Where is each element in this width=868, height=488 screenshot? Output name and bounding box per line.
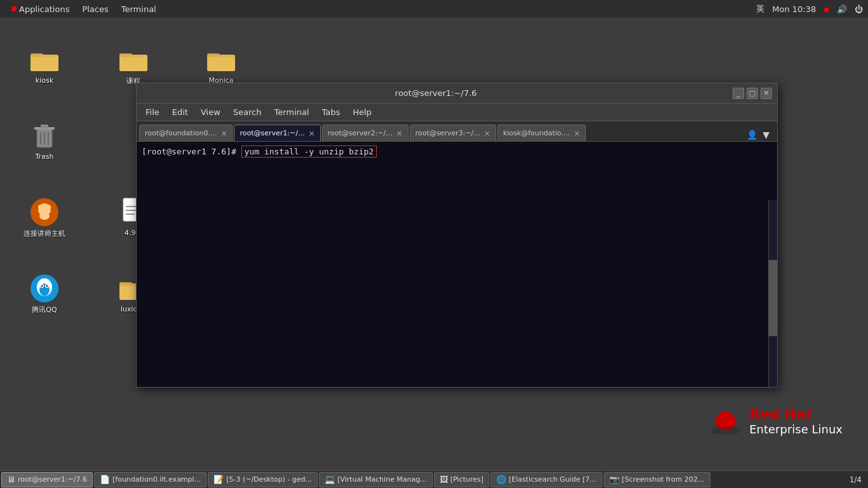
places-label: Places xyxy=(82,4,108,14)
tab-dropdown[interactable]: ▼ xyxy=(760,128,772,141)
tab-user-icon[interactable]: 👤 xyxy=(744,128,760,141)
volume-icon[interactable]: 🔊 xyxy=(837,4,847,14)
taskbar-label-task2: [foundation0.ilt.exampl... xyxy=(112,475,201,484)
tab-close-tab5[interactable]: × xyxy=(574,129,580,138)
power-icon[interactable]: ⏻ xyxy=(855,4,863,14)
tab-label-tab2: root@server1:~/... xyxy=(240,129,304,137)
applications-menu[interactable]: Applications xyxy=(5,3,76,15)
tab-close-tab4[interactable]: × xyxy=(484,129,491,138)
taskbar-item-task6[interactable]: 🌐[Elasticsearch Guide [7... xyxy=(491,472,602,487)
taskbar-label-task1: root@server1:~/7.6 xyxy=(18,475,87,484)
desktop-icon-ke-cheng[interactable]: 课程 xyxy=(108,42,159,88)
svg-point-22 xyxy=(39,212,50,220)
svg-point-21 xyxy=(46,205,51,210)
icon-label-kiosk: kiosk xyxy=(36,76,53,85)
trash-icon-svg xyxy=(32,122,57,150)
taskbar-item-task4[interactable]: 💻[Virtual Machine Manag... xyxy=(319,472,433,487)
command-line: [root@server1 7.6]# yum install -y unzip… xyxy=(142,146,772,158)
desktop-icon-monica[interactable]: Monica xyxy=(196,42,247,87)
menu-file[interactable]: File xyxy=(139,106,166,118)
tab-tab3[interactable]: root@server2:~/...× xyxy=(322,125,409,141)
icon-label-trash: Trash xyxy=(35,152,53,161)
svg-rect-14 xyxy=(41,125,48,128)
tab-label-tab1: root@foundation0.... xyxy=(145,129,217,137)
terminal-label: Terminal xyxy=(121,4,156,14)
tab-label-tab5: kiosk@foundatio.... xyxy=(503,129,570,137)
taskbar-icon-task3: 📝 xyxy=(214,475,224,484)
terminal-menu[interactable]: Terminal xyxy=(115,3,163,15)
maximize-button[interactable]: □ xyxy=(747,88,758,99)
taskbar-icon-task2: 📄 xyxy=(100,475,110,484)
terminal-content[interactable]: [root@server1 7.6]# yum install -y unzip… xyxy=(137,142,777,387)
icon-label-tencent-qq: 腾讯QQ xyxy=(32,305,57,315)
icon-image-trash xyxy=(29,121,60,151)
menu-search[interactable]: Search xyxy=(227,106,268,118)
svg-rect-7 xyxy=(119,57,147,71)
tabs-bar: root@foundation0....×root@server1:~/...×… xyxy=(137,121,777,142)
tab-close-tab2[interactable]: × xyxy=(308,129,315,138)
folder-icon-svg xyxy=(206,47,236,72)
places-menu[interactable]: Places xyxy=(76,3,114,15)
taskbar: 🖥root@server1:~/7.6📄[foundation0.ilt.exa… xyxy=(0,470,868,488)
tab-tab2[interactable]: root@server1:~/...× xyxy=(234,125,320,141)
taskbar-items: 🖥root@server1:~/7.6📄[foundation0.ilt.exa… xyxy=(1,472,844,487)
language-indicator[interactable]: 英 xyxy=(756,3,764,15)
svg-point-34 xyxy=(46,285,48,287)
top-right-area: 英 Mon 10:38 ● 🔊 ⏻ xyxy=(756,3,863,15)
icon-image-tencent-qq xyxy=(29,273,60,304)
terminal-window: root@server1:~/7.6 _ □ ✕ FileEditViewSea… xyxy=(136,83,778,388)
menu-help[interactable]: Help xyxy=(346,106,378,118)
menu-view[interactable]: View xyxy=(194,106,227,118)
icon-image-kiosk xyxy=(29,44,60,75)
scrollbar-thumb[interactable] xyxy=(768,260,777,336)
tab-tab1[interactable]: root@foundation0....× xyxy=(139,125,233,141)
tab-tab5[interactable]: kiosk@foundatio....× xyxy=(498,125,586,141)
prompt-space xyxy=(236,147,241,156)
taskbar-item-task1[interactable]: 🖥root@server1:~/7.6 xyxy=(1,472,93,487)
tiger-icon-svg xyxy=(29,197,60,227)
folder-icon-svg xyxy=(118,47,149,72)
taskbar-label-task6: [Elasticsearch Guide [7... xyxy=(509,475,597,484)
prompt-text: [root@server1 7.6]# xyxy=(142,147,236,156)
scrollbar[interactable] xyxy=(768,200,777,387)
window-title: root@server1:~/7.6 xyxy=(142,88,730,98)
tabs-container: root@foundation0....×root@server1:~/...×… xyxy=(139,125,743,141)
close-button[interactable]: ✕ xyxy=(761,88,772,99)
desktop: kiosk 课程 Monica Trash 连接讲师主机 xyxy=(0,18,868,475)
applications-label: Applications xyxy=(19,4,69,14)
taskbar-item-task7[interactable]: 📷[Screenshot from 202... xyxy=(604,472,710,487)
svg-rect-27 xyxy=(126,214,135,215)
svg-point-20 xyxy=(38,205,43,210)
menu-tabs[interactable]: Tabs xyxy=(315,106,346,118)
svg-rect-11 xyxy=(207,57,235,71)
terminal-menubar: FileEditViewSearchTerminalTabsHelp xyxy=(137,104,777,121)
redhat-subtitle: Enterprise Linux xyxy=(749,423,843,436)
taskbar-icon-task4: 💻 xyxy=(325,475,335,484)
qq-icon-svg xyxy=(29,273,60,304)
tab-close-tab1[interactable]: × xyxy=(220,129,227,138)
folder-icon-svg xyxy=(29,47,60,72)
taskbar-item-task2[interactable]: 📄[foundation0.ilt.exampl... xyxy=(94,472,207,487)
desktop-icon-trash[interactable]: Trash xyxy=(19,118,70,163)
redhat-red-word: Red Hat xyxy=(749,406,812,422)
minimize-button[interactable]: _ xyxy=(733,88,744,99)
icon-label-lianjiejianghuzhuji: 连接讲师主机 xyxy=(24,229,65,238)
taskbar-item-task5[interactable]: 🖼[Pictures] xyxy=(434,472,489,487)
taskbar-icon-task5: 🖼 xyxy=(440,475,448,484)
icon-image-ke-cheng xyxy=(118,44,149,75)
taskbar-item-task3[interactable]: 📝[5-3 (~/Desktop) - ged... xyxy=(208,472,318,487)
redhat-text: Red Hat Enterprise Linux xyxy=(749,407,843,435)
datetime-display: Mon 10:38 xyxy=(772,4,816,14)
tab-tab4[interactable]: root@server3:~/...× xyxy=(410,125,496,141)
menu-terminal[interactable]: Terminal xyxy=(268,106,315,118)
svg-rect-3 xyxy=(31,57,58,71)
redhat-logo: Red Hat Enterprise Linux xyxy=(710,405,843,437)
redhat-icon xyxy=(11,6,17,11)
desktop-icon-kiosk[interactable]: kiosk xyxy=(19,42,70,87)
desktop-icon-tencent-qq[interactable]: 腾讯QQ xyxy=(19,271,70,317)
desktop-icon-lianjiejianghuzhuji[interactable]: 连接讲师主机 xyxy=(19,194,70,241)
menu-edit[interactable]: Edit xyxy=(166,106,194,118)
taskbar-icon-task7: 📷 xyxy=(609,475,620,484)
taskbar-label-task4: [Virtual Machine Manag... xyxy=(337,475,427,484)
tab-close-tab3[interactable]: × xyxy=(397,129,403,138)
